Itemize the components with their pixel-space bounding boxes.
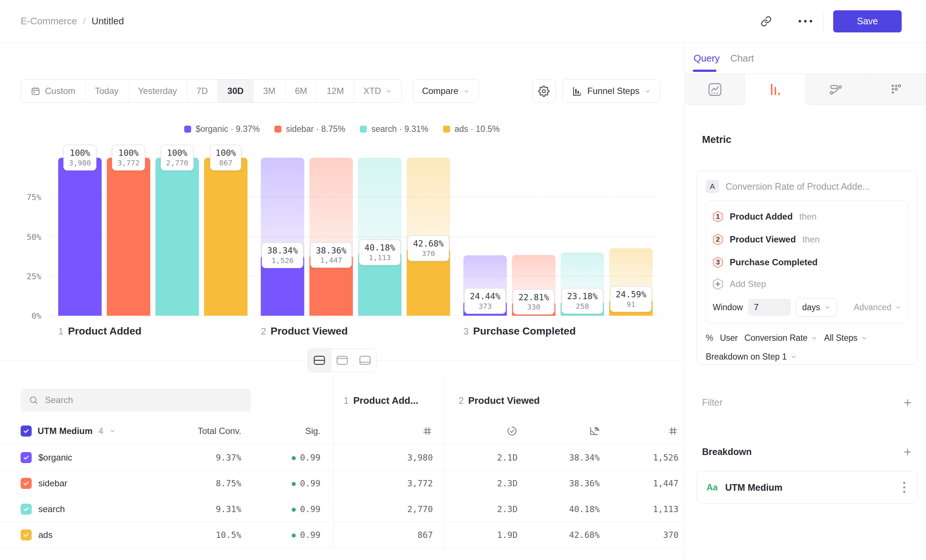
query-step-1[interactable]: 1Product Addedthen <box>713 205 901 228</box>
query-step-2[interactable]: 2Product Viewedthen <box>713 228 901 251</box>
row-avg-time: 2.3D <box>497 504 517 514</box>
bar-organic-step2[interactable]: 38.34%1,526 <box>261 158 304 316</box>
date-range-12m[interactable]: 12M <box>317 80 354 103</box>
chart-settings-button[interactable] <box>532 79 556 103</box>
tab-funnels[interactable] <box>745 74 806 105</box>
query-step-3[interactable]: 3Purchase Completed <box>713 251 901 274</box>
layout-table-button[interactable] <box>354 349 377 372</box>
date-range-7d[interactable]: 7D <box>187 80 218 103</box>
bar-search-step2[interactable]: 40.18%1,113 <box>358 158 401 316</box>
table-row-organic[interactable]: $organic0.999.37%3,9802.1D38.34%1,526 <box>0 445 684 471</box>
add-step-label: Add Step <box>730 279 766 289</box>
more-options-icon[interactable] <box>799 20 812 23</box>
table-step1-header[interactable]: 1 Product Add... <box>343 395 418 406</box>
date-range-30d[interactable]: 30D <box>218 80 253 103</box>
advanced-dropdown[interactable]: Advanced <box>854 303 901 312</box>
step1-number: 1 <box>343 395 349 406</box>
bar-ads-step3[interactable]: 24.59%91 <box>609 158 653 316</box>
table-row-search[interactable]: search0.999.31%2,7702.3D40.18%1,113 <box>0 496 684 522</box>
bar-sidebar-step3[interactable]: 22.81%330 <box>512 158 555 316</box>
conv-rate-metric-icon[interactable] <box>589 425 600 437</box>
row-total-conv: 8.75% <box>216 478 241 488</box>
chart-type-button[interactable]: Funnel Steps <box>563 79 660 103</box>
row-avg-time: 1.9D <box>497 530 517 540</box>
table-row-ads[interactable]: ads0.9910.5%8671.9D42.68%370 <box>0 522 684 548</box>
total-conv-header[interactable]: Total Conv. <box>198 426 241 436</box>
avg-time-metric-icon[interactable] <box>507 425 517 437</box>
compare-button[interactable]: Compare <box>413 79 479 103</box>
steps-scope-dropdown[interactable]: All Steps <box>824 333 867 343</box>
sig-header[interactable]: Sig. <box>306 426 321 436</box>
tab-query[interactable]: Query <box>694 53 720 64</box>
save-button[interactable]: Save <box>833 10 902 32</box>
measurement-row: % User Conversion Rate All Steps <box>706 333 908 343</box>
search-input[interactable] <box>44 395 243 406</box>
bar-count: 370 <box>413 249 443 258</box>
count-metric-icon[interactable] <box>422 425 433 437</box>
bar-pct: 100% <box>69 148 91 159</box>
breakdown-on-dropdown[interactable]: Breakdown on Step 1 <box>706 352 908 362</box>
conversion-window-row: Window days Advanced <box>713 297 901 317</box>
compare-label: Compare <box>422 86 458 96</box>
window-value-input[interactable] <box>748 299 791 316</box>
breakdown-group-header[interactable]: UTM Medium 4 <box>21 425 116 437</box>
add-step-button[interactable]: Add Step <box>713 274 901 294</box>
bar-search-step1[interactable]: 100%2,770 <box>156 158 199 316</box>
report-title[interactable]: Untitled <box>91 15 124 27</box>
date-range-label: 12M <box>327 86 344 96</box>
bar-pct: 40.18% <box>364 242 395 253</box>
bar-ads-step2[interactable]: 42.68%370 <box>407 158 450 316</box>
row-checkbox[interactable] <box>21 504 32 515</box>
entity-selector[interactable]: User <box>720 333 738 343</box>
bar-sidebar-step2[interactable]: 38.36%1,447 <box>309 158 353 316</box>
tab-chart[interactable]: Chart <box>731 53 754 64</box>
add-breakdown-button[interactable] <box>902 447 913 457</box>
date-range-custom[interactable]: Custom <box>21 80 85 103</box>
bar-sidebar-step1[interactable]: 100%3,772 <box>107 158 150 316</box>
legend-item-ads[interactable]: ads · 10.5% <box>443 124 500 134</box>
row-checkbox[interactable] <box>21 478 32 489</box>
breadcrumb-workspace[interactable]: E-Commerce <box>21 15 77 27</box>
breakdown-on-label: Breakdown on Step 1 <box>706 352 787 362</box>
tab-retention[interactable] <box>866 74 926 105</box>
metric-title-row[interactable]: A Conversion Rate of Product Adde... <box>706 179 908 194</box>
table-step2-header[interactable]: 2 Product Viewed <box>458 395 540 406</box>
table-row-sidebar[interactable]: sidebar0.998.75%3,7722.3D38.36%1,447 <box>0 471 684 496</box>
breakdown-item-menu-icon[interactable] <box>901 480 908 495</box>
bar-organic-step1[interactable]: 100%3,980 <box>58 158 102 316</box>
row-checkbox[interactable] <box>21 530 32 540</box>
row-name: search <box>38 504 65 514</box>
count-metric-icon[interactable] <box>667 425 678 437</box>
window-unit-dropdown[interactable]: days <box>796 298 837 316</box>
metric-type-dropdown[interactable]: Conversion Rate <box>744 333 817 343</box>
bar-value-label: 100%3,772 <box>112 145 145 171</box>
legend-item-organic[interactable]: $organic · 9.37% <box>184 124 260 134</box>
date-range-6m[interactable]: 6M <box>286 80 317 103</box>
date-range-xtd[interactable]: XTD <box>354 80 401 103</box>
bar-organic-step3[interactable]: 24.44%373 <box>463 158 507 316</box>
panel-tabs: Query Chart <box>685 43 926 74</box>
tab-flows[interactable] <box>806 74 866 105</box>
legend-item-sidebar[interactable]: sidebar · 8.75% <box>274 124 345 134</box>
date-range-3m[interactable]: 3M <box>253 80 285 103</box>
bar-count: 373 <box>470 302 500 311</box>
date-range-yesterday[interactable]: Yesterday <box>129 80 187 103</box>
query-step-label: Product Viewed <box>730 234 796 245</box>
bar-ads-step1[interactable]: 100%867 <box>204 158 248 316</box>
date-range-today[interactable]: Today <box>85 80 129 103</box>
row-checkbox[interactable] <box>21 452 32 463</box>
date-range-label: Custom <box>45 86 76 96</box>
bar-search-step3[interactable]: 23.18%258 <box>561 158 604 316</box>
funnel-step-group-2: 38.34%1,52638.36%1,44740.18%1,11342.68%3… <box>254 158 457 316</box>
tab-insights[interactable] <box>685 74 745 105</box>
layout-split-button[interactable] <box>308 349 331 372</box>
select-all-checkbox[interactable] <box>21 425 32 437</box>
add-filter-button[interactable] <box>902 398 913 408</box>
bar-pct: 100% <box>215 148 236 159</box>
bar-count: 1,526 <box>267 256 298 265</box>
layout-chart-button[interactable] <box>331 349 354 372</box>
breakdown-item-utm-medium[interactable]: Aa UTM Medium <box>696 471 917 504</box>
legend-item-search[interactable]: search · 9.31% <box>360 124 428 134</box>
share-link-icon[interactable] <box>758 13 774 29</box>
group-column-label: UTM Medium <box>38 426 92 436</box>
